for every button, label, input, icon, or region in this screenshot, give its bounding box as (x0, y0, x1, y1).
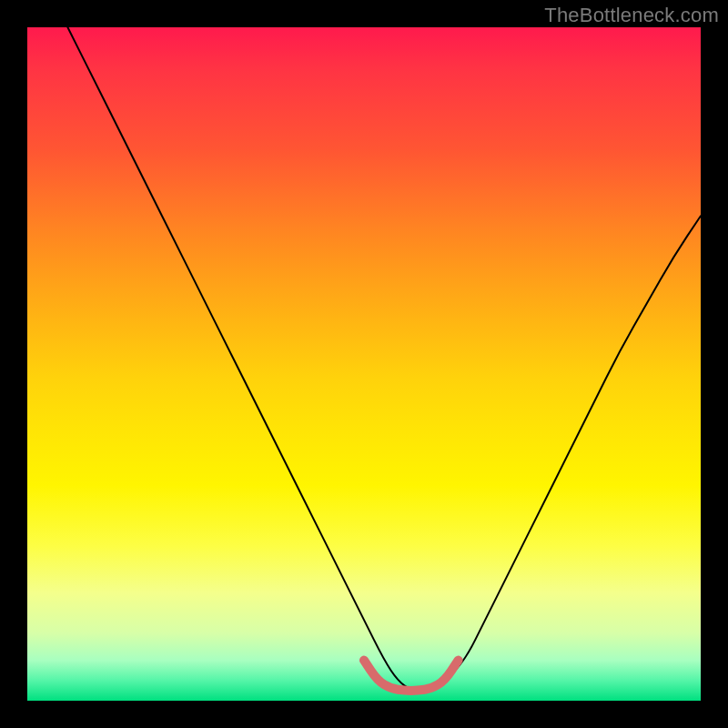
chart-frame: TheBottleneck.com (0, 0, 728, 728)
watermark-text: TheBottleneck.com (544, 4, 719, 27)
plot-background (27, 27, 701, 701)
